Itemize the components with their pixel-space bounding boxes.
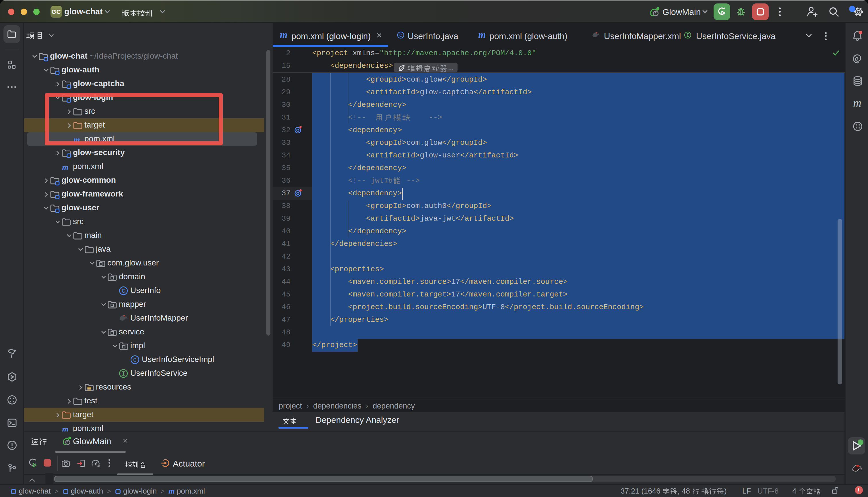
svg-text:C: C	[122, 288, 125, 294]
svg-text:C: C	[399, 33, 402, 38]
svg-text:C: C	[133, 357, 137, 363]
